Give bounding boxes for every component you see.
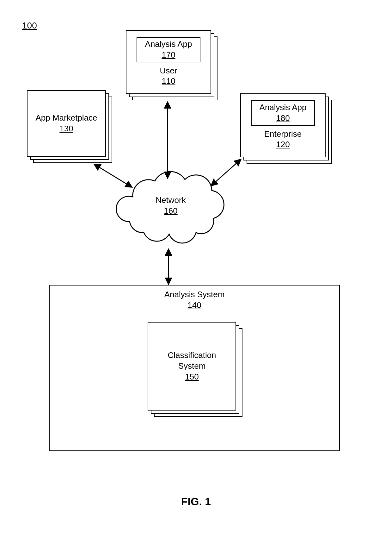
enterprise-app-label: Analysis App (254, 102, 312, 113)
user-analysis-app-box: Analysis App 170 (137, 37, 200, 62)
enterprise-ref: 120 (276, 139, 290, 150)
enterprise-label: Enterprise (264, 129, 302, 140)
classification-ref: 150 (185, 372, 199, 382)
analysis-system-box: Analysis System 140 Classification Syste… (49, 285, 340, 451)
marketplace-label: App Marketplace (35, 113, 97, 123)
classification-label-1: Classification (168, 350, 216, 361)
analysis-system-ref: 140 (50, 300, 339, 311)
diagram-canvas: 100 Analysis App 170 User 110 App Market… (0, 0, 392, 546)
enterprise-app-ref: 180 (254, 113, 312, 124)
user-app-label: Analysis App (139, 39, 198, 50)
network-label: Network (156, 195, 186, 206)
enterprise-node: Analysis App 180 Enterprise 120 (240, 93, 332, 164)
figure-caption: FIG. 1 (0, 495, 392, 508)
user-label: User (160, 66, 177, 76)
figure-reference: 100 (22, 21, 37, 31)
marketplace-ref: 130 (59, 123, 73, 134)
analysis-system-label: Analysis System (50, 289, 339, 300)
network-ref: 160 (164, 206, 177, 217)
marketplace-node: App Marketplace 130 (27, 90, 112, 163)
classification-label-2: System (178, 361, 206, 372)
network-cloud: Network 160 (111, 165, 231, 247)
enterprise-analysis-app-box: Analysis App 180 (251, 100, 315, 126)
user-node: Analysis App 170 User 110 (126, 30, 217, 100)
classification-node: Classification System 150 (148, 322, 242, 417)
user-app-ref: 170 (139, 50, 198, 60)
user-ref: 110 (162, 76, 175, 87)
